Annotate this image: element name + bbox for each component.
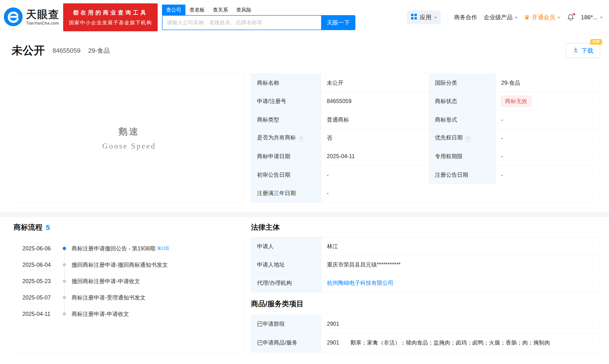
list-item: 2025-05-07 商标注册申请-受理通知书发文 xyxy=(14,289,245,306)
promo-line1: 都在用的商业查询工具 xyxy=(73,9,148,16)
nav-enterprise-products[interactable]: 企业级产品 xyxy=(484,13,518,21)
legal-panel: 法律主体 申请人 林江 申请人地址 重庆市荣昌县昌元镇*********** 代… xyxy=(251,222,600,353)
table-row: 商标类型 普通商标 商标形式 - xyxy=(251,110,600,129)
tab-boss[interactable]: 查老板 xyxy=(185,5,209,15)
field-label: 优先权日期 xyxy=(429,129,496,147)
chevron-down-icon xyxy=(434,17,437,19)
legal-section-title: 法律主体 xyxy=(251,222,600,232)
help-icon[interactable] xyxy=(465,136,471,142)
field-value: 重庆市荣昌县昌元镇*********** xyxy=(321,256,600,274)
page-title: 未公开 xyxy=(12,43,45,58)
detail-section: 商标流程 5 2025-06-06 商标注册申请撤回公告 - 第1938期 第1… xyxy=(0,217,609,353)
section-divider-band xyxy=(0,212,609,217)
field-label: 初审公告日期 xyxy=(251,166,321,184)
chevron-down-icon xyxy=(557,17,560,19)
agency-company-link[interactable]: 杭州陶锦电子科技有限公司 xyxy=(327,280,393,286)
timeline-page-link[interactable]: 第13页 xyxy=(157,246,169,251)
timeline-dot xyxy=(62,279,67,284)
nav-business-cooperation[interactable]: 商务合作 xyxy=(454,13,477,21)
trademark-text-en: Goose Speed xyxy=(102,142,156,150)
timeline-text: 商标注册申请-受理通知书发文 xyxy=(72,294,146,301)
field-label: 申请人地址 xyxy=(251,256,321,274)
timeline-date: 2025-04-11 xyxy=(22,311,59,317)
tab-relation[interactable]: 查关系 xyxy=(209,5,232,15)
field-label: 商标形式 xyxy=(429,110,496,129)
nav-divider xyxy=(447,14,447,21)
apps-menu-button[interactable]: 应用 xyxy=(407,10,441,24)
search-input[interactable] xyxy=(162,15,321,30)
chevron-down-icon xyxy=(515,17,518,19)
table-row: 代理/办理机构 杭州陶锦电子科技有限公司 xyxy=(251,274,600,292)
field-value: 29-食品 xyxy=(495,74,600,92)
flow-section-title: 商标流程 5 xyxy=(14,222,245,232)
timeline-dot xyxy=(62,295,67,300)
field-value: - xyxy=(495,129,600,147)
table-row: 商标申请日期 2025-04-11 专用权期限 - xyxy=(251,147,600,166)
tab-company[interactable]: 查公司 xyxy=(162,5,185,15)
field-value: - xyxy=(321,184,600,202)
account-phone-label: 186*... xyxy=(581,14,598,21)
flow-title-text: 商标流程 xyxy=(14,222,42,232)
list-item: 2025-04-11 商标注册申请-申请收文 xyxy=(14,306,245,322)
field-label: 商标状态 xyxy=(429,92,496,110)
download-label: 下载 xyxy=(581,47,593,55)
timeline-text: 商标注册申请撤回公告 - 第1938期 xyxy=(72,245,155,252)
flow-count: 5 xyxy=(46,223,50,232)
field-label: 商标类型 xyxy=(251,110,321,129)
timeline-date: 2025-05-07 xyxy=(22,294,59,301)
trademark-text-cn: 鹅速 xyxy=(119,126,140,138)
field-value: 2025-04-11 xyxy=(321,147,429,166)
timeline-text: 撤回商标注册申请-撤回商标通知书发文 xyxy=(72,261,168,269)
trademark-flow-panel: 商标流程 5 2025-06-06 商标注册申请撤回公告 - 第1938期 第1… xyxy=(14,222,245,353)
download-area: VIP 下载 xyxy=(566,43,600,58)
search-tabs: 查公司 查老板 查关系 查风险 xyxy=(162,5,355,15)
field-value: 未公开 xyxy=(321,74,429,92)
field-label: 已申请群组 xyxy=(251,315,321,333)
chevron-down-icon xyxy=(600,17,603,19)
notification-badge xyxy=(572,13,576,16)
download-icon xyxy=(573,47,579,54)
top-bar: 天眼查 TianYanCha.com 都在用的商业查询工具 国家中小企业发展子基… xyxy=(0,0,609,35)
field-value: 林江 xyxy=(321,237,600,256)
apps-label: 应用 xyxy=(420,13,431,21)
logo-eye-icon xyxy=(4,7,23,27)
field-label: 商标名称 xyxy=(251,74,321,92)
registration-number: 84655059 xyxy=(53,47,81,54)
brand-name: 天眼查 xyxy=(26,9,59,20)
apps-grid-icon xyxy=(411,13,417,21)
promo-line2: 国家中小企业发展子基金旗下机构 xyxy=(69,19,152,26)
field-value: - xyxy=(495,147,600,166)
trademark-image: 鹅速 Goose Speed xyxy=(14,74,245,202)
field-label: 代理/办理机构 xyxy=(251,274,321,292)
nav-account-phone[interactable]: 186*... xyxy=(581,14,603,21)
notification-bell-icon[interactable] xyxy=(567,13,575,21)
field-value: 普通商标 xyxy=(321,110,429,129)
trademark-summary-section: 鹅速 Goose Speed 商标名称 未公开 国际分类 29-食品 申请/注册… xyxy=(0,65,609,202)
tianyancha-logo[interactable]: 天眼查 TianYanCha.com xyxy=(4,7,59,27)
field-label: 注册满三年日期 xyxy=(251,184,321,202)
timeline-date: 2025-06-04 xyxy=(22,262,59,268)
table-row: 申请人地址 重庆市荣昌县昌元镇*********** xyxy=(251,256,600,274)
download-button[interactable]: 下载 xyxy=(566,43,600,58)
field-value: 2901 鹅掌；家禽（非活）；猪肉食品；盐腌肉；卤鸡；卤鸭；火腿；香肠；肉；腌制… xyxy=(321,333,600,352)
field-label: 注册公告日期 xyxy=(429,166,496,184)
table-row: 已申请群组 2901 xyxy=(251,315,600,333)
field-label: 商标申请日期 xyxy=(251,147,321,166)
search-button[interactable]: 天眼一下 xyxy=(321,15,355,30)
field-value: 商标无效 xyxy=(495,92,600,110)
field-label: 申请人 xyxy=(251,237,321,256)
tab-risk[interactable]: 查风险 xyxy=(232,5,256,15)
field-value: - xyxy=(495,110,600,129)
nav-open-vip[interactable]: ♛ 开通会员 xyxy=(524,13,560,21)
field-value: 84655059 xyxy=(321,92,429,110)
help-icon[interactable] xyxy=(298,136,304,142)
field-value: - xyxy=(495,166,600,184)
goods-section-title: 商品/服务类项目 xyxy=(251,299,600,309)
table-row: 商标名称 未公开 国际分类 29-食品 xyxy=(251,74,600,92)
field-label: 国际分类 xyxy=(429,74,496,92)
table-row: 是否为共有商标 否 优先权日期 - xyxy=(251,129,600,147)
list-item: 2025-05-23 撤回商标注册申请-申请收文 xyxy=(14,273,245,289)
list-item: 2025-06-04 撤回商标注册申请-撤回商标通知书发文 xyxy=(14,257,245,273)
field-label-text: 优先权日期 xyxy=(435,134,463,141)
trademark-info-table: 商标名称 未公开 国际分类 29-食品 申请/注册号 84655059 商标状态… xyxy=(251,74,600,202)
